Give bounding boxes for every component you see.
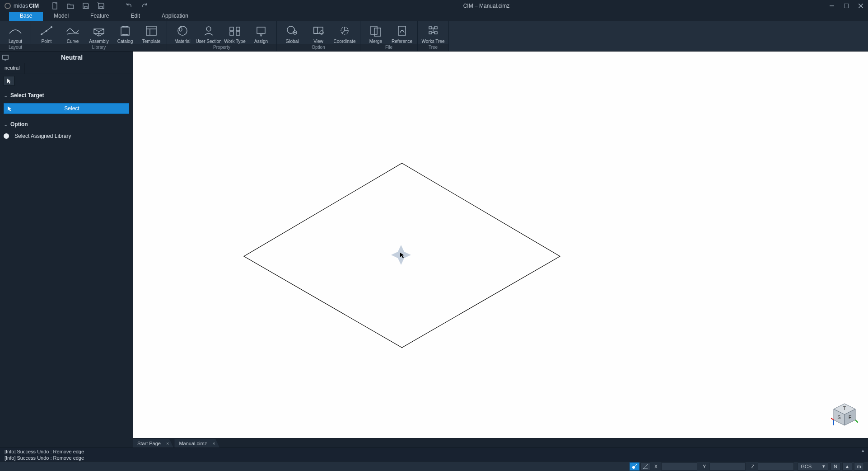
coord-system-label: GCS xyxy=(801,464,812,469)
undo-icon[interactable] xyxy=(126,2,133,9)
svg-rect-24 xyxy=(314,27,323,33)
ribbon-group-label: File xyxy=(360,44,417,51)
svg-rect-30 xyxy=(398,26,406,35)
coord-y-field[interactable] xyxy=(709,462,746,471)
ribbon-group-label: Layout xyxy=(0,44,31,51)
view-icon xyxy=(309,22,327,40)
ribbon-label: Layout xyxy=(9,39,22,44)
ribbon-group-file: Merge Reference File xyxy=(360,21,418,51)
ortho-toggle-button[interactable] xyxy=(640,462,650,471)
log-collapse-button[interactable]: ▴ xyxy=(862,447,864,453)
close-icon[interactable]: × xyxy=(212,441,215,446)
ribbon-group-label: Property xyxy=(167,44,276,51)
coord-system-select[interactable]: GCS ▾ xyxy=(798,462,828,471)
title-bar: midas CIM CIM – Manual.cimz xyxy=(0,0,868,12)
doc-tab-manual[interactable]: Manual.cimz × xyxy=(174,438,219,448)
viewport-canvas[interactable]: T S F xyxy=(133,52,868,438)
radio-select-assigned-library[interactable]: Select Assigned Library xyxy=(4,130,129,142)
section-select-target[interactable]: ⌄ Select Target xyxy=(4,89,129,101)
ribbon-label: Reference xyxy=(392,39,412,44)
ribbon-merge[interactable]: Merge xyxy=(363,20,389,44)
save-icon[interactable] xyxy=(82,2,89,9)
svg-point-14 xyxy=(178,26,187,35)
svg-rect-17 xyxy=(230,27,233,31)
ribbon-template[interactable]: Template xyxy=(138,20,164,44)
open-file-icon[interactable] xyxy=(67,2,74,9)
ribbon-coordinate[interactable]: Coordinate xyxy=(331,20,358,44)
status-n-button[interactable]: N xyxy=(831,462,840,471)
cursor-tool-button[interactable] xyxy=(4,76,14,86)
assign-icon xyxy=(252,22,270,40)
message-log: [Info] Success Undo : Remove edge [Info]… xyxy=(0,447,868,461)
svg-rect-20 xyxy=(236,32,240,35)
ribbon-point[interactable]: Point xyxy=(33,20,60,44)
svg-text:S: S xyxy=(837,414,840,420)
ribbon-reference[interactable]: Reference xyxy=(389,20,415,44)
ribbon-label: Point xyxy=(42,39,52,44)
doc-tab-start-page[interactable]: Start Page × xyxy=(133,438,173,448)
model-view xyxy=(133,52,868,438)
select-button[interactable]: Select xyxy=(4,103,129,114)
section-title: Select Target xyxy=(10,92,44,99)
cursor-icon xyxy=(7,78,11,84)
ribbon-label: Material xyxy=(174,39,191,44)
snap-toggle-button[interactable] xyxy=(630,462,639,471)
ribbon-view[interactable]: View xyxy=(305,20,331,44)
chevron-down-icon: ⌄ xyxy=(4,122,8,127)
ribbon-label: Coordinate xyxy=(334,39,356,44)
coord-x-field[interactable] xyxy=(661,462,697,471)
maximize-button[interactable] xyxy=(839,0,854,12)
chevron-down-icon: ▾ xyxy=(822,463,825,469)
svg-point-9 xyxy=(51,26,52,28)
ribbon-label: Assign xyxy=(254,39,268,44)
coord-label-z: Z xyxy=(747,464,758,469)
ribbon-material[interactable]: Material xyxy=(169,20,196,44)
redo-icon[interactable] xyxy=(141,2,148,9)
minimize-button[interactable] xyxy=(825,0,839,12)
coord-label-x: X xyxy=(651,464,661,469)
status-up-button[interactable]: ▲ xyxy=(842,462,852,471)
coord-z-field[interactable] xyxy=(758,462,794,471)
ribbon-catalog[interactable]: Catalog xyxy=(112,20,138,44)
save-as-icon[interactable] xyxy=(98,2,105,9)
svg-rect-19 xyxy=(230,32,233,35)
side-panel: Neutral neutral ⌄ Select Target Select ⌄ xyxy=(0,52,133,447)
ribbon-label: Global xyxy=(286,39,299,44)
panel-monitor-icon[interactable] xyxy=(0,52,11,63)
canvas-wrap: T S F Start Page × Manual.cimz × xyxy=(133,52,868,447)
ribbon-label: Works Tree xyxy=(422,39,445,44)
doc-tab-label: Start Page xyxy=(137,441,161,446)
svg-rect-29 xyxy=(374,28,381,36)
curve-icon xyxy=(64,22,82,40)
svg-text:F: F xyxy=(849,414,852,420)
catalog-icon xyxy=(116,22,134,40)
close-button[interactable] xyxy=(854,0,868,12)
ribbon-label: Catalog xyxy=(117,39,133,44)
status-unit-button[interactable]: m xyxy=(854,462,864,471)
new-file-icon[interactable] xyxy=(51,2,59,9)
ribbon-user-section[interactable]: User Section xyxy=(196,20,222,44)
panel-header: Neutral xyxy=(0,52,133,63)
ribbon-layout[interactable]: Layout xyxy=(2,20,28,44)
svg-rect-34 xyxy=(434,32,437,34)
ribbon-label: Curve xyxy=(67,39,79,44)
select-button-label: Select xyxy=(15,105,129,112)
ribbon-label: Work Type xyxy=(224,39,245,44)
ribbon-assembly[interactable]: Assembly xyxy=(86,20,112,44)
svg-rect-2 xyxy=(100,6,103,8)
svg-rect-11 xyxy=(146,26,156,35)
svg-point-15 xyxy=(179,28,182,31)
svg-rect-33 xyxy=(429,32,432,34)
svg-rect-28 xyxy=(371,26,377,34)
ribbon-work-type[interactable]: Work Type xyxy=(222,20,248,44)
section-option[interactable]: ⌄ Option xyxy=(4,118,129,130)
svg-rect-1 xyxy=(84,6,87,8)
sub-tab-neutral[interactable]: neutral xyxy=(0,63,25,74)
ribbon-assign[interactable]: Assign xyxy=(248,20,274,44)
close-icon[interactable]: × xyxy=(166,441,169,446)
ribbon-global[interactable]: Global xyxy=(279,20,305,44)
ribbon-works-tree[interactable]: Works Tree xyxy=(420,20,446,44)
view-cube[interactable]: T S F xyxy=(831,401,858,428)
ribbon-curve[interactable]: Curve xyxy=(60,20,86,44)
quick-access-toolbar xyxy=(51,2,148,9)
